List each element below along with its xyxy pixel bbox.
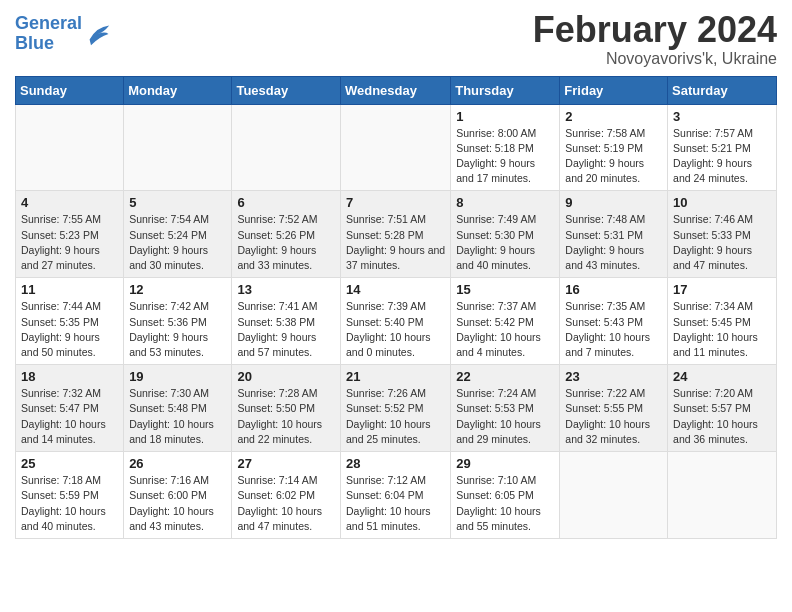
day-info: Sunrise: 7:14 AM Sunset: 6:02 PM Dayligh… bbox=[237, 473, 335, 534]
table-row: 28Sunrise: 7:12 AM Sunset: 6:04 PM Dayli… bbox=[340, 452, 450, 539]
table-row bbox=[16, 104, 124, 191]
calendar-week-row: 1Sunrise: 8:00 AM Sunset: 5:18 PM Daylig… bbox=[16, 104, 777, 191]
day-number: 4 bbox=[21, 195, 118, 210]
day-info: Sunrise: 7:52 AM Sunset: 5:26 PM Dayligh… bbox=[237, 212, 335, 273]
day-info: Sunrise: 7:37 AM Sunset: 5:42 PM Dayligh… bbox=[456, 299, 554, 360]
day-number: 28 bbox=[346, 456, 445, 471]
day-number: 18 bbox=[21, 369, 118, 384]
calendar-week-row: 4Sunrise: 7:55 AM Sunset: 5:23 PM Daylig… bbox=[16, 191, 777, 278]
day-number: 15 bbox=[456, 282, 554, 297]
day-info: Sunrise: 7:58 AM Sunset: 5:19 PM Dayligh… bbox=[565, 126, 662, 187]
day-number: 9 bbox=[565, 195, 662, 210]
day-info: Sunrise: 7:34 AM Sunset: 5:45 PM Dayligh… bbox=[673, 299, 771, 360]
table-row: 11Sunrise: 7:44 AM Sunset: 5:35 PM Dayli… bbox=[16, 278, 124, 365]
table-row: 18Sunrise: 7:32 AM Sunset: 5:47 PM Dayli… bbox=[16, 365, 124, 452]
table-row: 26Sunrise: 7:16 AM Sunset: 6:00 PM Dayli… bbox=[124, 452, 232, 539]
page-container: General Blue February 2024 Novoyavorivs'… bbox=[0, 0, 792, 549]
day-number: 16 bbox=[565, 282, 662, 297]
calendar-week-row: 11Sunrise: 7:44 AM Sunset: 5:35 PM Dayli… bbox=[16, 278, 777, 365]
table-row: 6Sunrise: 7:52 AM Sunset: 5:26 PM Daylig… bbox=[232, 191, 341, 278]
header-friday: Friday bbox=[560, 76, 668, 104]
day-info: Sunrise: 7:26 AM Sunset: 5:52 PM Dayligh… bbox=[346, 386, 445, 447]
table-row: 13Sunrise: 7:41 AM Sunset: 5:38 PM Dayli… bbox=[232, 278, 341, 365]
table-row: 27Sunrise: 7:14 AM Sunset: 6:02 PM Dayli… bbox=[232, 452, 341, 539]
logo-text: General Blue bbox=[15, 14, 82, 54]
day-number: 21 bbox=[346, 369, 445, 384]
day-info: Sunrise: 7:41 AM Sunset: 5:38 PM Dayligh… bbox=[237, 299, 335, 360]
day-info: Sunrise: 8:00 AM Sunset: 5:18 PM Dayligh… bbox=[456, 126, 554, 187]
day-number: 20 bbox=[237, 369, 335, 384]
header-monday: Monday bbox=[124, 76, 232, 104]
table-row: 16Sunrise: 7:35 AM Sunset: 5:43 PM Dayli… bbox=[560, 278, 668, 365]
day-info: Sunrise: 7:55 AM Sunset: 5:23 PM Dayligh… bbox=[21, 212, 118, 273]
table-row: 21Sunrise: 7:26 AM Sunset: 5:52 PM Dayli… bbox=[340, 365, 450, 452]
day-info: Sunrise: 7:51 AM Sunset: 5:28 PM Dayligh… bbox=[346, 212, 445, 273]
day-number: 19 bbox=[129, 369, 226, 384]
day-number: 3 bbox=[673, 109, 771, 124]
header-sunday: Sunday bbox=[16, 76, 124, 104]
day-number: 2 bbox=[565, 109, 662, 124]
table-row: 12Sunrise: 7:42 AM Sunset: 5:36 PM Dayli… bbox=[124, 278, 232, 365]
day-number: 13 bbox=[237, 282, 335, 297]
day-info: Sunrise: 7:57 AM Sunset: 5:21 PM Dayligh… bbox=[673, 126, 771, 187]
table-row: 19Sunrise: 7:30 AM Sunset: 5:48 PM Dayli… bbox=[124, 365, 232, 452]
table-row: 9Sunrise: 7:48 AM Sunset: 5:31 PM Daylig… bbox=[560, 191, 668, 278]
day-number: 23 bbox=[565, 369, 662, 384]
day-number: 29 bbox=[456, 456, 554, 471]
day-info: Sunrise: 7:10 AM Sunset: 6:05 PM Dayligh… bbox=[456, 473, 554, 534]
header: General Blue February 2024 Novoyavorivs'… bbox=[15, 10, 777, 68]
day-info: Sunrise: 7:30 AM Sunset: 5:48 PM Dayligh… bbox=[129, 386, 226, 447]
day-number: 5 bbox=[129, 195, 226, 210]
day-number: 7 bbox=[346, 195, 445, 210]
day-number: 12 bbox=[129, 282, 226, 297]
day-info: Sunrise: 7:32 AM Sunset: 5:47 PM Dayligh… bbox=[21, 386, 118, 447]
day-number: 25 bbox=[21, 456, 118, 471]
day-number: 6 bbox=[237, 195, 335, 210]
day-number: 10 bbox=[673, 195, 771, 210]
header-wednesday: Wednesday bbox=[340, 76, 450, 104]
day-number: 1 bbox=[456, 109, 554, 124]
day-info: Sunrise: 7:35 AM Sunset: 5:43 PM Dayligh… bbox=[565, 299, 662, 360]
calendar-table: Sunday Monday Tuesday Wednesday Thursday… bbox=[15, 76, 777, 539]
location-subtitle: Novoyavorivs'k, Ukraine bbox=[533, 50, 777, 68]
day-info: Sunrise: 7:48 AM Sunset: 5:31 PM Dayligh… bbox=[565, 212, 662, 273]
table-row: 22Sunrise: 7:24 AM Sunset: 5:53 PM Dayli… bbox=[451, 365, 560, 452]
table-row: 2Sunrise: 7:58 AM Sunset: 5:19 PM Daylig… bbox=[560, 104, 668, 191]
table-row: 10Sunrise: 7:46 AM Sunset: 5:33 PM Dayli… bbox=[668, 191, 777, 278]
table-row: 8Sunrise: 7:49 AM Sunset: 5:30 PM Daylig… bbox=[451, 191, 560, 278]
header-saturday: Saturday bbox=[668, 76, 777, 104]
table-row bbox=[124, 104, 232, 191]
table-row: 17Sunrise: 7:34 AM Sunset: 5:45 PM Dayli… bbox=[668, 278, 777, 365]
logo: General Blue bbox=[15, 14, 112, 54]
day-number: 8 bbox=[456, 195, 554, 210]
table-row: 25Sunrise: 7:18 AM Sunset: 5:59 PM Dayli… bbox=[16, 452, 124, 539]
header-thursday: Thursday bbox=[451, 76, 560, 104]
table-row: 29Sunrise: 7:10 AM Sunset: 6:05 PM Dayli… bbox=[451, 452, 560, 539]
logo-bird-icon bbox=[84, 20, 112, 48]
title-block: February 2024 Novoyavorivs'k, Ukraine bbox=[533, 10, 777, 68]
table-row bbox=[232, 104, 341, 191]
day-info: Sunrise: 7:39 AM Sunset: 5:40 PM Dayligh… bbox=[346, 299, 445, 360]
table-row: 4Sunrise: 7:55 AM Sunset: 5:23 PM Daylig… bbox=[16, 191, 124, 278]
day-number: 24 bbox=[673, 369, 771, 384]
month-year-title: February 2024 bbox=[533, 10, 777, 50]
day-info: Sunrise: 7:12 AM Sunset: 6:04 PM Dayligh… bbox=[346, 473, 445, 534]
table-row: 23Sunrise: 7:22 AM Sunset: 5:55 PM Dayli… bbox=[560, 365, 668, 452]
table-row: 7Sunrise: 7:51 AM Sunset: 5:28 PM Daylig… bbox=[340, 191, 450, 278]
table-row: 20Sunrise: 7:28 AM Sunset: 5:50 PM Dayli… bbox=[232, 365, 341, 452]
day-number: 27 bbox=[237, 456, 335, 471]
header-tuesday: Tuesday bbox=[232, 76, 341, 104]
day-info: Sunrise: 7:22 AM Sunset: 5:55 PM Dayligh… bbox=[565, 386, 662, 447]
day-info: Sunrise: 7:18 AM Sunset: 5:59 PM Dayligh… bbox=[21, 473, 118, 534]
table-row bbox=[560, 452, 668, 539]
day-info: Sunrise: 7:16 AM Sunset: 6:00 PM Dayligh… bbox=[129, 473, 226, 534]
table-row bbox=[340, 104, 450, 191]
day-info: Sunrise: 7:20 AM Sunset: 5:57 PM Dayligh… bbox=[673, 386, 771, 447]
day-info: Sunrise: 7:24 AM Sunset: 5:53 PM Dayligh… bbox=[456, 386, 554, 447]
table-row: 1Sunrise: 8:00 AM Sunset: 5:18 PM Daylig… bbox=[451, 104, 560, 191]
calendar-week-row: 25Sunrise: 7:18 AM Sunset: 5:59 PM Dayli… bbox=[16, 452, 777, 539]
day-number: 17 bbox=[673, 282, 771, 297]
table-row: 3Sunrise: 7:57 AM Sunset: 5:21 PM Daylig… bbox=[668, 104, 777, 191]
day-number: 14 bbox=[346, 282, 445, 297]
day-info: Sunrise: 7:28 AM Sunset: 5:50 PM Dayligh… bbox=[237, 386, 335, 447]
